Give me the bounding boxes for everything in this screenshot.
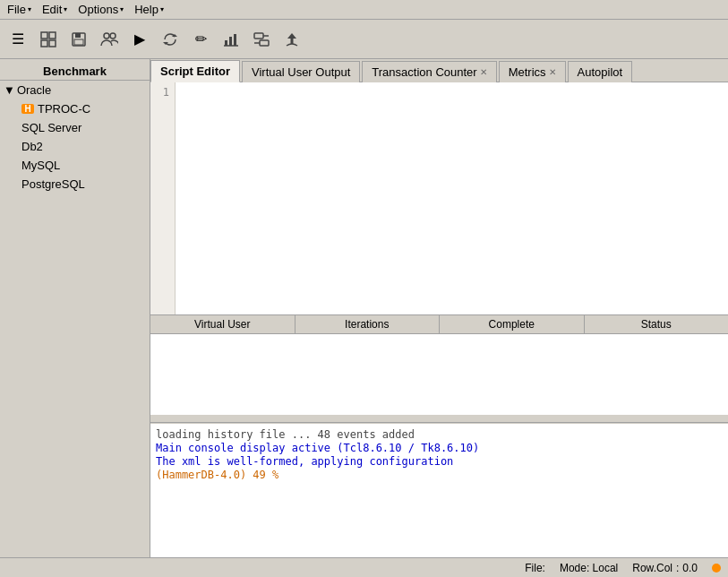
svg-rect-0: [41, 32, 47, 39]
sqlserver-label: SQL Server: [21, 121, 81, 134]
sidebar: Benchmark ▼ Oracle H TPROC-C SQL Server …: [0, 59, 150, 557]
col-virtual-user: Virtual User: [150, 315, 295, 333]
line-numbers: 1: [150, 82, 176, 314]
sidebar-group-oracle[interactable]: ▼ Oracle: [0, 81, 150, 99]
svg-rect-20: [291, 39, 294, 44]
oracle-label: Oracle: [17, 83, 51, 97]
right-panel: Script Editor Virtual User Output Transa…: [150, 59, 728, 557]
tab-script-editor-label: Script Editor: [160, 65, 230, 78]
upload-button[interactable]: [278, 25, 306, 54]
editor-area: 1: [150, 82, 728, 315]
editor-content[interactable]: [176, 82, 728, 314]
menubar: File ▾ Edit ▾ Options ▾ Help ▾: [0, 0, 728, 20]
menu-options-label: Options: [78, 3, 118, 16]
sidebar-item-tprocc[interactable]: H TPROC-C: [0, 99, 150, 118]
mysql-label: MySQL: [21, 159, 60, 172]
bar-chart-button[interactable]: [217, 25, 245, 54]
svg-rect-2: [41, 40, 47, 47]
table-body: [150, 334, 728, 415]
rowcol-number: 0.0: [682, 562, 698, 574]
save-button[interactable]: [64, 25, 93, 54]
users-button[interactable]: [95, 25, 124, 54]
col-status: Status: [585, 315, 729, 333]
db2-label: Db2: [21, 140, 43, 153]
status-indicator: [712, 564, 721, 573]
sidebar-item-postgresql[interactable]: PostgreSQL: [0, 175, 150, 194]
menu-help-label: Help: [134, 3, 158, 16]
svg-point-7: [104, 33, 109, 39]
menu-help[interactable]: Help ▾: [131, 2, 167, 17]
sidebar-item-db2[interactable]: Db2: [0, 137, 150, 156]
menu-options[interactable]: Options ▾: [74, 2, 127, 17]
console-line-4: (HammerDB-4.0) 49 %: [156, 469, 723, 481]
col-complete: Complete: [440, 315, 585, 333]
sidebar-section-benchmark: Benchmark: [0, 63, 150, 81]
svg-rect-1: [49, 32, 56, 39]
tab-autopilot[interactable]: Autopilot: [568, 61, 633, 82]
statusbar: File: Mode: Local Row.Col : 0.0: [0, 557, 728, 577]
transfer-button[interactable]: [247, 25, 276, 54]
svg-point-8: [110, 33, 116, 39]
line-number-1: 1: [156, 86, 169, 99]
status-file: File:: [525, 562, 545, 574]
svg-rect-5: [75, 33, 81, 38]
tab-script-editor[interactable]: Script Editor: [150, 60, 240, 82]
tprocc-label: TPROC-C: [38, 102, 90, 116]
tab-transaction-counter-label: Transaction Counter: [372, 65, 476, 79]
rowcol-label: Row.Col: [632, 562, 672, 574]
menu-file[interactable]: File ▾: [4, 2, 35, 17]
toolbar: ☰ ▶ ✏: [0, 20, 728, 59]
tab-virtual-user-output-label: Virtual User Output: [252, 65, 350, 79]
tprocc-badge: H: [21, 104, 34, 114]
main-area: Benchmark ▼ Oracle H TPROC-C SQL Server …: [0, 59, 728, 557]
menu-edit[interactable]: Edit ▾: [39, 2, 71, 17]
table-area: Virtual User Iterations Complete Status: [150, 315, 728, 423]
tab-transaction-counter-close[interactable]: ✕: [480, 67, 487, 77]
status-dot-icon: [712, 564, 721, 573]
status-rowcol: Row.Col : 0.0: [632, 562, 698, 574]
svg-rect-11: [225, 40, 227, 46]
console-area: loading history file ... 48 events added…: [150, 423, 728, 557]
tab-virtual-user-output[interactable]: Virtual User Output: [242, 61, 360, 82]
tab-transaction-counter[interactable]: Transaction Counter ✕: [362, 61, 496, 82]
table-header: Virtual User Iterations Complete Status: [150, 315, 728, 334]
svg-rect-12: [229, 37, 232, 46]
tab-autopilot-label: Autopilot: [578, 65, 623, 79]
hamburger-menu-button[interactable]: ☰: [4, 25, 32, 54]
menu-file-arrow: ▾: [28, 5, 31, 13]
tab-metrics[interactable]: Metrics ✕: [499, 61, 566, 82]
menu-file-label: File: [7, 3, 26, 16]
menu-options-arrow: ▾: [120, 5, 124, 13]
svg-rect-13: [234, 34, 236, 46]
menu-edit-arrow: ▾: [64, 5, 67, 13]
console-line-2: Main console display active (Tcl8.6.10 /…: [156, 442, 723, 454]
mode-label: Mode: Local: [560, 562, 618, 574]
svg-rect-16: [260, 40, 269, 46]
play-button[interactable]: ▶: [125, 25, 154, 54]
grid-view-button[interactable]: [34, 25, 63, 54]
tab-metrics-label: Metrics: [509, 65, 546, 79]
col-iterations: Iterations: [295, 315, 441, 333]
svg-rect-6: [74, 39, 83, 45]
sidebar-item-sqlserver[interactable]: SQL Server: [0, 118, 150, 137]
tab-metrics-close[interactable]: ✕: [549, 67, 556, 77]
tabs-bar: Script Editor Virtual User Output Transa…: [150, 59, 728, 82]
menu-edit-label: Edit: [42, 3, 62, 16]
sidebar-item-mysql[interactable]: MySQL: [0, 156, 150, 175]
postgresql-label: PostgreSQL: [21, 177, 85, 191]
loop-button[interactable]: [156, 25, 184, 54]
status-mode: Mode: Local: [560, 562, 618, 574]
file-label: File:: [525, 562, 545, 574]
menu-help-arrow: ▾: [160, 5, 164, 13]
console-line-3: The xml is well-formed, applying configu…: [156, 455, 723, 468]
svg-marker-19: [287, 33, 296, 39]
edit-pencil-button[interactable]: ✏: [186, 25, 215, 54]
oracle-expand-icon: ▼: [4, 83, 15, 97]
svg-rect-15: [254, 33, 263, 39]
console-line-1: loading history file ... 48 events added: [156, 428, 723, 441]
rowcol-value: :: [676, 562, 679, 574]
svg-rect-3: [49, 40, 56, 47]
